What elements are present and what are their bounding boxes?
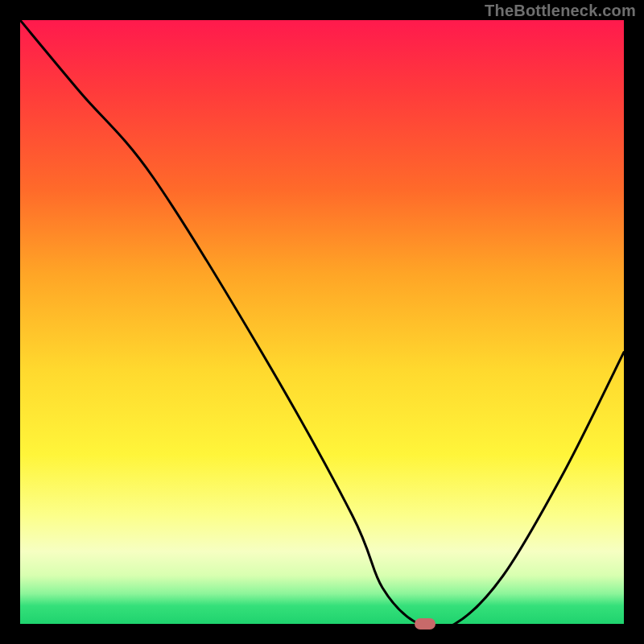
watermark-text: TheBottleneck.com: [485, 2, 636, 20]
plot-area: [20, 20, 624, 624]
chart-frame: TheBottleneck.com: [0, 0, 644, 644]
bottleneck-curve: [20, 20, 624, 624]
optimal-marker: [415, 618, 436, 630]
